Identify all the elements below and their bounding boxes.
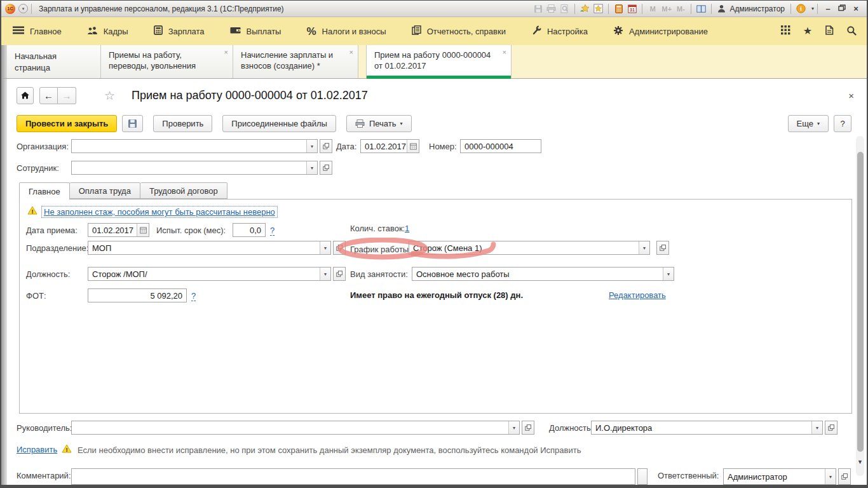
forward-button[interactable]: → <box>58 87 76 104</box>
responsible-field[interactable]: Администратор ▾ <box>723 468 836 485</box>
close-form-icon[interactable]: × <box>848 90 854 101</box>
seniority-warning-link[interactable]: Не заполнен стаж, пособия могут быть рас… <box>41 206 278 218</box>
print-button[interactable]: Печать▾ <box>346 115 412 132</box>
dropdown-icon[interactable]: ▾ <box>306 161 317 174</box>
tab-trudovoy-dogovor[interactable]: Трудовой договор <box>140 182 227 199</box>
responsible-open-button[interactable] <box>838 468 851 485</box>
dropdown-icon[interactable]: ▾ <box>508 421 519 434</box>
back-icon: ← <box>44 91 53 100</box>
menu-item-administrirovanie[interactable]: Администрирование <box>613 25 708 37</box>
menu-item-kadry[interactable]: Кадры <box>87 26 128 37</box>
organization-field[interactable]: ▾ <box>71 139 318 153</box>
apps-grid-icon[interactable] <box>781 25 790 37</box>
dropdown-icon[interactable]: ▾ <box>320 268 330 280</box>
number-field[interactable]: 0000-000004 <box>460 139 541 153</box>
comment-expand-button[interactable] <box>637 468 648 485</box>
probation-help-link[interactable]: ? <box>270 226 275 236</box>
favorite-star-icon[interactable]: ☆ <box>104 88 115 103</box>
divider <box>31 4 32 14</box>
search-icon[interactable] <box>846 25 857 37</box>
tab-glavnoe[interactable]: Главное <box>19 182 70 200</box>
close-icon[interactable]: × <box>224 48 228 57</box>
favorite-add-icon[interactable] <box>578 3 592 15</box>
scroll-down-icon[interactable]: ▼ <box>857 459 863 465</box>
close-icon[interactable]: × <box>349 48 353 57</box>
scrollbar-thumb[interactable] <box>857 152 864 452</box>
manager-position-open-button[interactable] <box>825 421 837 435</box>
manager-open-button[interactable] <box>522 421 534 435</box>
print-icon[interactable] <box>545 3 558 15</box>
current-user-name[interactable]: Администратор <box>729 4 785 13</box>
tab-hires-transfers[interactable]: Приемы на работу, переводы, увольнения× <box>101 45 233 78</box>
info-icon[interactable]: i <box>794 3 808 15</box>
work-schedule-open-button[interactable] <box>656 241 669 255</box>
position-open-button[interactable] <box>333 267 346 281</box>
hire-date-field[interactable]: 01.02.2017 <box>88 223 149 237</box>
probation-field[interactable]: 0,0 <box>233 223 266 237</box>
close-button[interactable]: × <box>849 4 863 13</box>
vertical-scrollbar[interactable] <box>856 136 864 476</box>
menu-item-zarplata[interactable]: Зарплата <box>154 25 205 37</box>
employment-type-field[interactable]: Основное место работы ▾ <box>412 267 674 281</box>
tab-hiring-document[interactable]: Прием на работу 0000-000004 от 01.02.201… <box>366 45 512 78</box>
attached-files-button[interactable]: Присоединенные файлы <box>222 115 336 132</box>
help-button[interactable]: ? <box>834 115 851 132</box>
rates-count-link[interactable]: 1 <box>405 224 409 233</box>
check-button[interactable]: Проверить <box>153 115 212 132</box>
payroll-help-link[interactable]: ? <box>191 291 196 301</box>
work-schedule-field[interactable]: Сторож (Смена 1) ▾ <box>409 241 650 255</box>
menu-item-nalogi[interactable]: %Налоги и взносы <box>306 26 386 37</box>
menu-sections-toggle[interactable]: Главное <box>13 26 62 36</box>
organization-open-button[interactable] <box>320 139 332 153</box>
comment-field[interactable] <box>71 468 635 485</box>
dropdown-icon[interactable]: ▾ <box>663 268 674 280</box>
star-icon[interactable]: ★ <box>803 26 812 36</box>
more-button[interactable]: Еще▾ <box>788 115 829 132</box>
department-field[interactable]: МОП ▾ <box>88 241 331 255</box>
calendar-picker-icon[interactable] <box>137 224 149 236</box>
dropdown-icon[interactable]: ▾ <box>825 469 836 484</box>
history-icon[interactable] <box>825 25 834 37</box>
favorites-icon[interactable] <box>592 3 605 15</box>
menu-item-otchetnost[interactable]: Отчетность, справки <box>412 25 506 37</box>
calculator-icon[interactable] <box>612 3 625 15</box>
manager-position-field[interactable]: И.О.директора ▾ <box>591 421 823 435</box>
memory-minus-button[interactable]: M- <box>674 5 688 13</box>
chevron-down-icon[interactable]: ▾ <box>811 6 814 11</box>
dropdown-icon[interactable]: ▾ <box>639 241 649 254</box>
manager-field[interactable]: ▾ <box>71 421 520 435</box>
payroll-fund-field[interactable]: 5 092,20 <box>88 288 187 302</box>
warning-icon: ! <box>27 206 37 217</box>
home-button[interactable] <box>17 87 34 104</box>
tab-label: Прием на работу 0000-000004 от 01.02.201… <box>374 50 491 71</box>
dropdown-icon[interactable]: ▾ <box>320 241 330 254</box>
close-icon[interactable]: × <box>503 48 506 57</box>
tab-salary-accrual[interactable]: Начисление зарплаты и взносов (создание)… <box>233 45 358 78</box>
menu-item-nastroyka[interactable]: Настройка <box>531 25 588 37</box>
back-button[interactable]: ← <box>39 87 58 104</box>
save-icon[interactable] <box>531 3 545 15</box>
post-and-close-button[interactable]: Провести и закрыть <box>17 115 117 132</box>
restore-button[interactable] <box>835 4 849 13</box>
department-open-button[interactable] <box>333 241 346 255</box>
fix-command-link[interactable]: Исправить <box>17 445 57 454</box>
tab-home-page[interactable]: Начальная страница <box>7 45 101 78</box>
save-button[interactable] <box>122 115 143 132</box>
employee-open-button[interactable] <box>320 161 332 175</box>
employee-field[interactable]: ▾ <box>71 161 318 175</box>
minimize-button[interactable]: – <box>821 4 835 13</box>
memory-plus-button[interactable]: M+ <box>660 5 674 13</box>
calendar-picker-icon[interactable] <box>407 140 419 152</box>
system-menu-button[interactable]: ▾ <box>18 4 28 13</box>
dropdown-icon[interactable]: ▾ <box>306 140 317 152</box>
date-field[interactable]: 01.02.2017 <box>360 139 419 153</box>
position-field[interactable]: Сторож /МОП/ ▾ <box>88 267 331 281</box>
tab-oplata-truda[interactable]: Оплата труда <box>70 182 140 199</box>
preview-icon[interactable] <box>558 3 571 15</box>
split-window-icon[interactable] <box>695 3 708 15</box>
dropdown-icon[interactable]: ▾ <box>811 421 822 434</box>
menu-item-vyplaty[interactable]: Выплаты <box>230 26 281 36</box>
memory-button[interactable]: M <box>646 5 660 13</box>
calendar-icon[interactable]: 31 <box>625 3 639 15</box>
edit-vacation-link[interactable]: Редактировать <box>609 290 666 300</box>
